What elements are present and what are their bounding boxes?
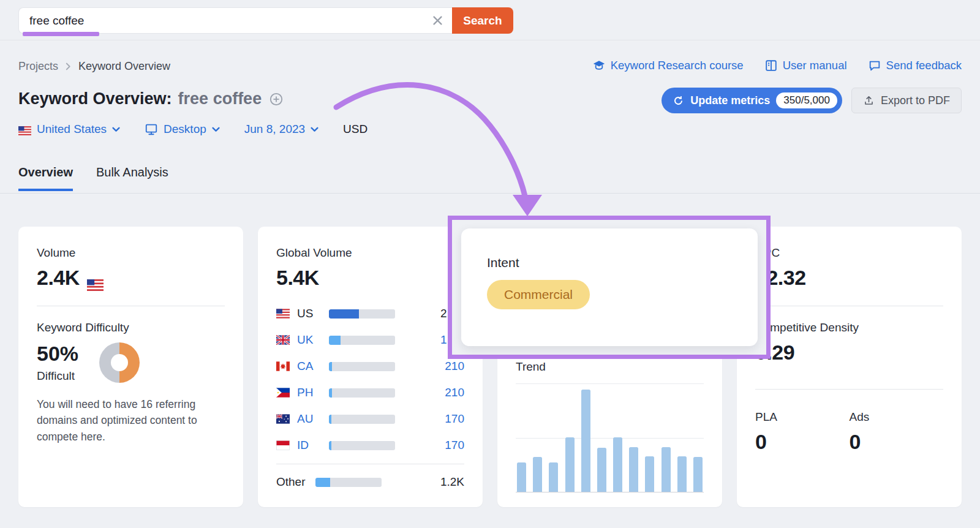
chevron-down-icon bbox=[212, 127, 220, 132]
clear-search-icon[interactable] bbox=[432, 15, 443, 26]
breadcrumb: Projects Keyword Overview bbox=[18, 60, 170, 73]
chevron-down-icon bbox=[311, 127, 318, 132]
graduation-cap-icon bbox=[592, 59, 606, 72]
volume-label: Volume bbox=[37, 246, 225, 260]
send-feedback-link[interactable]: Send feedback bbox=[868, 59, 962, 72]
annotation-keyword-underline bbox=[23, 32, 99, 36]
pla-value: 0 bbox=[755, 430, 850, 454]
card-divider bbox=[37, 306, 225, 306]
volume-bar bbox=[329, 362, 395, 371]
help-link-label: User manual bbox=[783, 59, 847, 72]
intent-label: Intent bbox=[487, 255, 758, 270]
country-volume-value[interactable]: 210 bbox=[395, 386, 464, 399]
tab-bulk-analysis[interactable]: Bulk Analysis bbox=[96, 165, 168, 191]
annotation-highlight-box: Intent Commercial bbox=[448, 216, 771, 359]
country-code[interactable]: CA bbox=[297, 360, 329, 373]
ads-value: 0 bbox=[850, 430, 944, 454]
country-volume-row: PH 210 bbox=[276, 385, 464, 401]
trend-bar bbox=[581, 390, 590, 492]
keyword-difficulty-value: 50% bbox=[37, 342, 78, 366]
keyword-research-course-link[interactable]: Keyword Research course bbox=[592, 59, 744, 72]
uk-flag-icon bbox=[276, 335, 290, 345]
tabs-divider bbox=[0, 193, 980, 194]
keyword-difficulty-donut bbox=[99, 342, 140, 383]
search-button[interactable]: Search bbox=[452, 7, 513, 34]
trend-chart bbox=[516, 383, 704, 492]
trend-bar bbox=[517, 462, 526, 492]
device-label: Desktop bbox=[164, 123, 206, 136]
country-label: United States bbox=[37, 123, 107, 136]
help-link-label: Send feedback bbox=[886, 59, 962, 72]
id-flag-icon bbox=[276, 440, 290, 450]
update-metrics-label: Update metrics bbox=[690, 94, 770, 107]
intent-card-zoomed: Intent Commercial bbox=[461, 228, 758, 346]
ads-label: Ads bbox=[850, 410, 944, 424]
card-divider bbox=[755, 306, 943, 306]
keyword-difficulty-level: Difficult bbox=[37, 369, 78, 383]
trend-bar bbox=[629, 447, 638, 492]
export-to-pdf-label: Export to PDF bbox=[881, 94, 950, 107]
volume-bar bbox=[329, 309, 395, 319]
tabs: Overview Bulk Analysis bbox=[18, 165, 168, 191]
user-manual-link[interactable]: User manual bbox=[764, 59, 847, 72]
ca-flag-icon bbox=[276, 361, 290, 371]
volume-bar bbox=[329, 415, 395, 424]
cpc-label: CPC bbox=[755, 246, 943, 260]
country-code[interactable]: PH bbox=[297, 386, 329, 399]
help-link-label: Keyword Research course bbox=[611, 59, 744, 72]
au-flag-icon bbox=[276, 414, 290, 424]
country-selector[interactable]: United States bbox=[18, 123, 120, 136]
quota-badge: 350/5,000 bbox=[776, 92, 837, 108]
trend-bar bbox=[533, 457, 542, 492]
card-divider bbox=[755, 389, 943, 390]
country-volume-row: AU 170 bbox=[276, 411, 464, 427]
global-volume-value: 5.4K bbox=[276, 266, 319, 290]
country-volume-value[interactable]: 210 bbox=[395, 360, 464, 373]
country-code[interactable]: AU bbox=[297, 412, 329, 426]
refresh-icon bbox=[673, 95, 684, 107]
trend-bar bbox=[662, 447, 671, 492]
country-code[interactable]: ID bbox=[297, 439, 329, 452]
top-search-bar: Search bbox=[0, 0, 980, 40]
other-volume-row: Other 1.2K bbox=[276, 474, 464, 490]
desktop-icon bbox=[145, 123, 158, 136]
chevron-down-icon bbox=[112, 127, 120, 132]
breadcrumb-projects[interactable]: Projects bbox=[18, 60, 58, 73]
device-selector[interactable]: Desktop bbox=[145, 123, 220, 136]
tab-overview[interactable]: Overview bbox=[18, 165, 73, 191]
country-code[interactable]: UK bbox=[297, 333, 329, 347]
export-to-pdf-button[interactable]: Export to PDF bbox=[851, 88, 962, 113]
filter-row: United States Desktop Jun 8, 2023 USD bbox=[18, 123, 368, 136]
trend-bar bbox=[549, 462, 558, 492]
cpc-card: CPC $2.32 Competitive Density 0.29 PLA 0… bbox=[737, 227, 962, 507]
trend-bar bbox=[677, 456, 687, 492]
us-flag-icon bbox=[276, 309, 290, 319]
us-flag-icon bbox=[87, 272, 104, 284]
country-volume-value[interactable]: 170 bbox=[395, 439, 464, 452]
breadcrumb-keyword-overview[interactable]: Keyword Overview bbox=[78, 60, 170, 73]
add-keyword-icon[interactable] bbox=[269, 92, 284, 107]
chevron-right-icon bbox=[66, 62, 71, 70]
trend-bar bbox=[645, 456, 654, 492]
keyword-difficulty-label: Keyword Difficulty bbox=[37, 321, 225, 334]
trend-bar bbox=[693, 457, 703, 492]
search-input[interactable] bbox=[18, 7, 452, 34]
intent-badge: Commercial bbox=[487, 280, 590, 309]
country-volume-row: ID 170 bbox=[276, 437, 464, 453]
trend-bar bbox=[613, 437, 622, 492]
trend-bars bbox=[517, 383, 703, 492]
trend-bar bbox=[565, 437, 575, 492]
country-volume-value[interactable]: 170 bbox=[395, 412, 464, 426]
page-title-keyword: free coffee bbox=[178, 89, 262, 108]
currency-label: USD bbox=[343, 123, 368, 136]
update-metrics-button[interactable]: Update metrics 350/5,000 bbox=[662, 88, 842, 113]
pla-label: PLA bbox=[755, 410, 850, 424]
ph-flag-icon bbox=[276, 388, 290, 398]
volume-value: 2.4K bbox=[37, 266, 80, 290]
global-volume-label: Global Volume bbox=[276, 246, 464, 260]
country-code: US bbox=[297, 307, 329, 320]
date-selector[interactable]: Jun 8, 2023 bbox=[244, 123, 318, 136]
trend-label: Trend bbox=[516, 360, 704, 374]
card-divider bbox=[276, 464, 464, 464]
country-volume-row: CA 210 bbox=[276, 358, 464, 374]
